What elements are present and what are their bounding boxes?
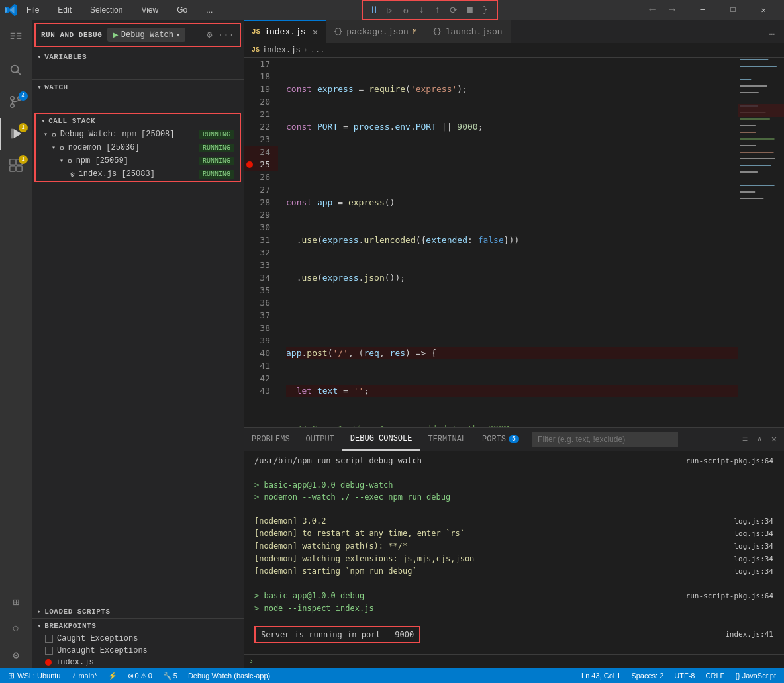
status-debug-ports[interactable]: 🔧 5 xyxy=(160,672,180,680)
window-minimize-btn[interactable]: — xyxy=(687,0,718,20)
chevron-down-icon: ▾ xyxy=(176,31,180,39)
debug-pause-btn[interactable]: ⏸ xyxy=(367,3,381,17)
nav-back-btn[interactable]: ← xyxy=(642,0,662,20)
debug-stop-btn[interactable]: ⏹ xyxy=(462,3,477,17)
callstack-item-0[interactable]: ▾ ⚙ Debug Watch: npm [25008] RUNNING xyxy=(36,128,240,141)
status-branch[interactable]: ⑂ main* xyxy=(68,672,99,680)
console-line-nodemon-2: [nodemon] to restart at any time, enter … xyxy=(254,527,773,540)
menu-edit[interactable]: Edit xyxy=(54,4,75,16)
debug-continue-btn[interactable]: ▷ xyxy=(383,3,397,17)
json-file-icon-2: {} xyxy=(433,28,442,36)
status-spaces[interactable]: Spaces: 2 xyxy=(628,672,666,680)
panel-tab-ports[interactable]: PORTS 5 xyxy=(474,428,527,451)
debug-ports-icon: 🔧 xyxy=(163,672,172,680)
variables-section-header[interactable]: ▾ VARIABLES xyxy=(32,50,244,64)
line-numbers: 17 18 19 20 21 22 23 24 25 26 27 28 29 xyxy=(244,58,278,427)
tab-package-json-label: package.json xyxy=(346,27,409,37)
console-link-nodemon-3[interactable]: log.js:34 xyxy=(734,541,773,553)
activity-item-explorer[interactable] xyxy=(0,23,32,54)
menu-more[interactable]: ... xyxy=(202,4,217,16)
status-debug-session[interactable]: Debug Watch (basic-app) xyxy=(185,672,273,680)
menu-view[interactable]: View xyxy=(137,4,162,16)
debug-settings-btn[interactable]: ⚙ xyxy=(207,29,212,40)
console-link-debug-1[interactable]: run-script-pkg.js:64 xyxy=(686,590,773,602)
panel-collapse-btn[interactable]: ∧ xyxy=(752,432,767,447)
menu-selection[interactable]: Selection xyxy=(86,4,126,16)
breadcrumb-symbol[interactable]: ... xyxy=(311,46,325,55)
panel-close-btn[interactable]: ✕ xyxy=(767,432,781,447)
breadcrumb-filename[interactable]: index.js xyxy=(262,46,301,55)
status-encoding[interactable]: UTF-8 xyxy=(671,672,697,680)
window-close-btn[interactable]: ✕ xyxy=(748,0,779,20)
watch-section-header[interactable]: ▾ WATCH xyxy=(32,80,244,94)
breakpoint-marker-icon xyxy=(246,161,253,168)
activity-item-source-control[interactable]: 4 xyxy=(0,86,32,118)
debug-step-over-btn[interactable]: ↓ xyxy=(415,3,429,17)
status-errors[interactable]: ⊗ 0 ⚠ 0 xyxy=(125,672,155,680)
console-link-server[interactable]: index.js:41 xyxy=(725,629,773,641)
debug-more-btn[interactable]: ··· xyxy=(218,30,234,40)
console-input[interactable] xyxy=(256,657,779,666)
activity-item-extensions[interactable]: 1 xyxy=(0,150,32,181)
code-content[interactable]: const express = require('express'); cons… xyxy=(278,58,738,427)
tab-launch-json[interactable]: {} launch.json xyxy=(425,20,511,43)
callstack-item-3[interactable]: ⚙ index.js [25083] RUNNING xyxy=(36,167,240,181)
status-remote[interactable]: ⊞ WSL: Ubuntu xyxy=(5,671,63,680)
uncaught-exceptions-checkbox[interactable] xyxy=(45,647,53,655)
panel-filter-options-btn[interactable]: ≡ xyxy=(738,432,752,447)
breakpoints-section-header[interactable]: ▾ BREAKPOINTS xyxy=(32,619,244,633)
console-link-1[interactable]: run-script-pkg.js:64 xyxy=(686,455,773,467)
console-link-nodemon-1[interactable]: log.js:34 xyxy=(734,516,773,527)
console-link-nodemon-5[interactable]: log.js:34 xyxy=(734,566,773,578)
panel-tab-debug-console[interactable]: DEBUG CONSOLE xyxy=(342,428,420,451)
menu-go[interactable]: Go xyxy=(173,4,191,16)
breakpoint-caught-exceptions[interactable]: Caught Exceptions xyxy=(32,633,244,645)
console-line-blank-3 xyxy=(254,578,773,590)
debug-config-selector[interactable]: ▶ Debug Watch ▾ xyxy=(107,28,185,42)
callstack-item-label-1: nodemon [25036] xyxy=(68,143,140,152)
debug-step-out-btn[interactable]: ⟳ xyxy=(446,3,461,17)
breakpoint-uncaught-exceptions[interactable]: Uncaught Exceptions xyxy=(32,645,244,657)
activity-item-search[interactable] xyxy=(0,54,32,86)
status-language[interactable]: {} JavaScript xyxy=(732,672,779,680)
debug-step-into-btn[interactable]: ↑ xyxy=(430,3,445,17)
activity-item-account[interactable]: ○ xyxy=(0,615,32,642)
breakpoint-index-js[interactable]: index.js xyxy=(32,657,244,668)
remote-icon: ⊞ xyxy=(8,671,15,680)
console-line-blank-2 xyxy=(254,503,773,515)
split-editor-btn[interactable]: ⋯ xyxy=(763,24,781,43)
loaded-scripts-header[interactable]: ▸ LOADED SCRIPTS xyxy=(32,604,244,618)
code-line-19 xyxy=(286,158,738,171)
nav-forward-btn[interactable]: → xyxy=(662,0,682,20)
activity-item-run-debug[interactable]: 1 xyxy=(0,118,32,150)
debug-restart-btn[interactable]: ↻ xyxy=(399,3,413,17)
tab-package-json[interactable]: {} package.json M xyxy=(326,20,424,43)
panel-tab-problems[interactable]: PROBLEMS xyxy=(244,428,298,451)
menu-file[interactable]: File xyxy=(23,4,43,16)
error-count: 0 xyxy=(135,672,139,680)
console-link-nodemon-4[interactable]: log.js:34 xyxy=(734,553,773,565)
js-file-icon: JS xyxy=(252,28,260,36)
status-position[interactable]: Ln 43, Col 1 xyxy=(579,672,623,680)
panel-filter-input[interactable] xyxy=(532,432,678,447)
window-maximize-btn[interactable]: □ xyxy=(718,0,748,20)
svg-rect-7 xyxy=(11,129,13,139)
caught-exceptions-checkbox[interactable] xyxy=(45,635,53,643)
callstack-item-1[interactable]: ▾ ⚙ nodemon [25036] RUNNING xyxy=(36,141,240,154)
status-eol[interactable]: CRLF xyxy=(703,672,728,680)
watch-chevron-icon: ▾ xyxy=(37,83,42,91)
debug-disconnect-btn[interactable]: } xyxy=(478,3,493,17)
svg-point-2 xyxy=(11,97,15,101)
tab-index-js[interactable]: JS index.js ✕ xyxy=(244,20,326,43)
callstack-section-header[interactable]: ▾ CALL STACK xyxy=(36,114,240,128)
tab-close-icon[interactable]: ✕ xyxy=(313,26,318,38)
console-link-nodemon-2[interactable]: log.js:34 xyxy=(734,528,773,540)
activity-item-remote[interactable]: ⊞ xyxy=(0,589,32,615)
panel-tab-output[interactable]: OUTPUT xyxy=(298,428,342,451)
callstack-item-2[interactable]: ▾ ⚙ npm [25059] RUNNING xyxy=(36,154,240,167)
status-sync[interactable]: ⚡ xyxy=(105,672,120,680)
console-output[interactable]: /usr/bin/npm run-script debug-watch run-… xyxy=(244,451,784,654)
panel-tab-terminal[interactable]: TERMINAL xyxy=(420,428,474,451)
activity-item-settings[interactable]: ⚙ xyxy=(0,642,32,668)
console-input-bar: › xyxy=(244,654,784,668)
